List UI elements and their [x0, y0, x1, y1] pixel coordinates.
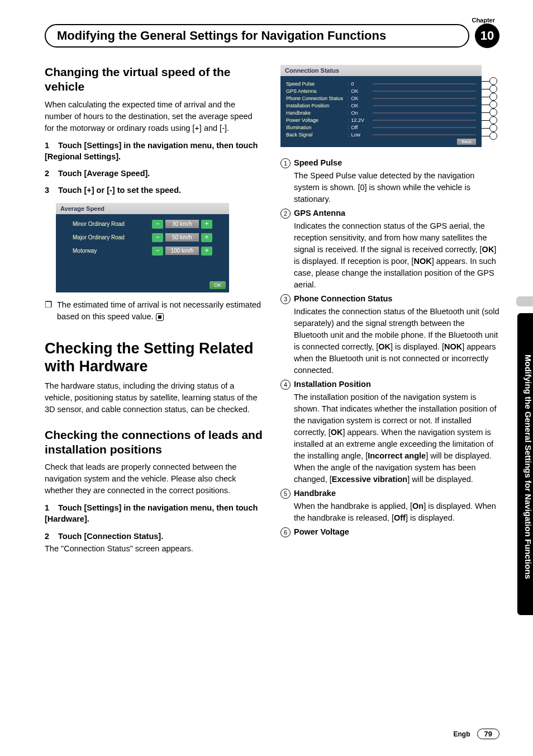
footer-page-number: 79 — [477, 729, 499, 739]
plus-button[interactable]: + — [201, 220, 212, 229]
item-desc: Indicates the connection status of the B… — [294, 306, 499, 376]
avg-speed-row: Motorway − 100 km/h + — [73, 247, 212, 256]
conn-value: On — [351, 110, 373, 116]
conn-label: Installation Position — [286, 103, 348, 108]
para-virtual-speed: When calculating the expected time of ar… — [45, 99, 264, 134]
item-row: 6Power Voltage — [280, 526, 499, 538]
heading-checking-connections: Checking the connections of leads and in… — [45, 428, 264, 457]
para-hardware: The hardware status, including the drivi… — [45, 380, 264, 415]
step-1: 1Touch [Settings] in the navigation menu… — [45, 140, 264, 163]
side-tab: Modifying the General Settings for Navig… — [517, 313, 533, 615]
step-number: 1 — [45, 140, 58, 151]
chapter-label: Chapter — [45, 17, 495, 23]
callout-number: 4 — [489, 101, 497, 108]
conn-label: Illumination — [286, 125, 348, 130]
step-hw-1: 1Touch [Settings] in the navigation menu… — [45, 502, 264, 525]
conn-value: OK — [351, 96, 373, 101]
step-number: 2 — [45, 168, 58, 179]
page-title: Modifying the General Settings for Navig… — [45, 24, 469, 48]
item-row: 4Installation Position — [280, 379, 499, 390]
step-number: 2 — [45, 531, 58, 542]
item-desc: The Speed Pulse value detected by the na… — [294, 170, 499, 205]
conn-row: Back Signal:Low8 — [286, 132, 476, 138]
item-title: Handbrake — [294, 489, 336, 498]
item-row: 3Phone Connection Status — [280, 293, 499, 305]
footer-lang: Engb — [454, 730, 470, 738]
item-number: 4 — [280, 380, 291, 390]
callout-number: 5 — [489, 108, 497, 116]
minus-button[interactable]: − — [152, 233, 163, 242]
callout-number: 8 — [489, 132, 497, 140]
right-column: Connection Status Speed Pulse:01 GPS Ant… — [280, 65, 499, 560]
step-number: 3 — [45, 185, 58, 196]
item-row: 1Speed Pulse — [280, 157, 499, 169]
conn-row: Illumination:Off7 — [286, 125, 476, 130]
connection-status-screenshot: Connection Status Speed Pulse:01 GPS Ant… — [280, 65, 482, 147]
callout-number: 6 — [489, 116, 497, 124]
conn-value: Low — [351, 132, 373, 138]
conn-value: OK — [351, 103, 373, 108]
callout-number: 2 — [489, 85, 497, 93]
conn-label: Power Voltage — [286, 117, 348, 123]
step-2: 2Touch [Average Speed]. — [45, 168, 264, 179]
average-speed-screenshot: Average Speed Minor Ordinary Road − 30 k… — [56, 203, 229, 292]
conn-row: Power Voltage:12.2V6 — [286, 117, 476, 123]
item-title: Speed Pulse — [294, 158, 342, 167]
step-text: Touch [+] or [-] to set the speed. — [58, 186, 181, 195]
back-button[interactable]: Back — [457, 139, 476, 145]
avg-row-label: Major Ordinary Road — [73, 234, 152, 240]
conn-title: Connection Status — [280, 65, 482, 76]
callout-number: 3 — [489, 93, 497, 101]
item-title: GPS Antenna — [294, 209, 345, 218]
step-sub-text: The "Connection Status" screen appears. — [45, 543, 264, 555]
item-row: 2GPS Antenna — [280, 207, 499, 219]
callout-number: 1 — [489, 77, 497, 85]
conn-row: Speed Pulse:01 — [286, 81, 476, 87]
side-accent — [516, 296, 533, 306]
ok-button[interactable]: OK — [210, 281, 226, 289]
avg-row-value: 50 km/h — [165, 233, 199, 242]
avg-row-value: 100 km/h — [165, 247, 199, 255]
conn-label: Speed Pulse — [286, 81, 348, 87]
footer: Engb 79 — [454, 729, 499, 739]
avg-row-label: Motorway — [73, 248, 152, 254]
item-row: 5Handbrake — [280, 488, 499, 499]
item-number: 6 — [280, 527, 291, 537]
minus-button[interactable]: − — [152, 220, 163, 229]
conn-row: Installation Position:OK4 — [286, 103, 476, 108]
conn-label: Phone Connection Status — [286, 96, 348, 101]
item-number: 3 — [280, 294, 291, 304]
plus-button[interactable]: + — [201, 247, 212, 256]
conn-label: Back Signal — [286, 132, 348, 138]
plus-button[interactable]: + — [201, 233, 212, 242]
heading-virtual-speed: Changing the virtual speed of the vehicl… — [45, 65, 264, 94]
left-column: Changing the virtual speed of the vehicl… — [45, 65, 264, 560]
avg-row-value: 30 km/h — [165, 220, 199, 228]
para-connections: Check that leads are properly connected … — [45, 461, 264, 497]
conn-value: OK — [351, 88, 373, 94]
item-desc: When the handbrake is applied, [On] is d… — [294, 500, 499, 524]
step-number: 1 — [45, 502, 58, 513]
note-bullet: ❐ The estimated time of arrival is not n… — [45, 299, 264, 323]
bullet-icon: ❐ — [45, 299, 57, 323]
conn-row: GPS Antenna:OK2 — [286, 88, 476, 94]
item-number: 5 — [280, 489, 291, 499]
item-desc: The installation position of the navigat… — [294, 391, 499, 485]
item-title: Phone Connection Status — [294, 294, 392, 303]
header-row: Modifying the General Settings for Navig… — [45, 23, 499, 48]
step-text: Touch [Settings] in the navigation menu,… — [45, 503, 258, 523]
minus-button[interactable]: − — [152, 247, 163, 256]
avg-speed-row: Minor Ordinary Road − 30 km/h + — [73, 220, 212, 229]
conn-label: GPS Antenna — [286, 88, 348, 94]
conn-row: Phone Connection Status:OK3 — [286, 96, 476, 101]
callout-number: 7 — [489, 124, 497, 132]
item-number: 2 — [280, 209, 291, 219]
item-number: 1 — [280, 158, 291, 168]
heading-checking-hardware: Checking the Setting Related with Hardwa… — [45, 339, 264, 376]
avg-row-label: Minor Ordinary Road — [73, 221, 152, 227]
conn-value: 12.2V — [351, 117, 373, 123]
step-text: Touch [Connection Status]. — [58, 532, 163, 541]
item-title: Power Voltage — [294, 527, 349, 536]
step-hw-2: 2Touch [Connection Status]. — [45, 531, 264, 542]
conn-value: 0 — [351, 81, 373, 87]
